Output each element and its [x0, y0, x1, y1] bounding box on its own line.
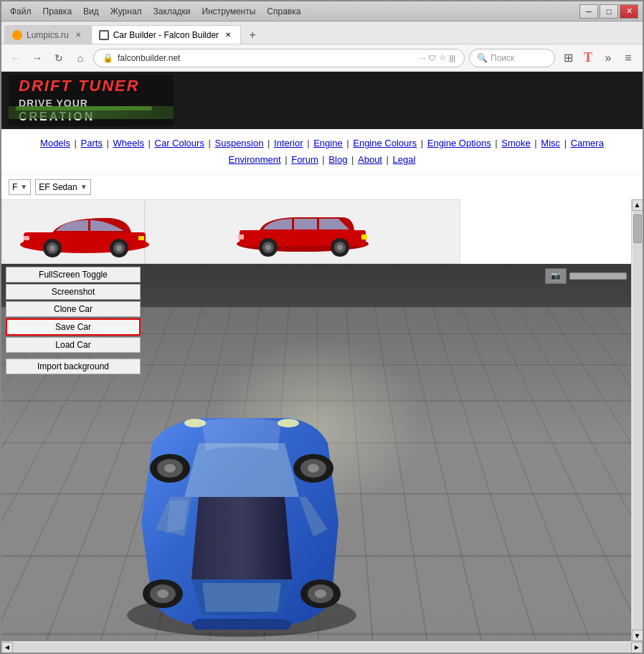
menu-edit[interactable]: Правка: [39, 5, 77, 18]
close-button[interactable]: ✕: [620, 4, 638, 19]
nav-about[interactable]: About: [358, 154, 382, 165]
text-size-icon[interactable]: T: [579, 49, 597, 67]
main-section: FullScreen Toggle Screenshot Clone Car S…: [1, 199, 643, 653]
forward-button[interactable]: →: [29, 49, 46, 67]
banner-title1: DRIFT TUNER: [19, 76, 164, 97]
home-button[interactable]: ⌂: [72, 49, 89, 67]
menu-bar: Файл Правка Вид Журнал Закладки Инструме…: [6, 5, 305, 18]
nav-engine-colours[interactable]: Engine Colours: [353, 138, 417, 148]
make-value: F: [12, 182, 17, 192]
nav-smoke[interactable]: Smoke: [501, 138, 530, 148]
scroll-thumb-v[interactable]: [633, 214, 642, 243]
carbuilder-favicon: [99, 30, 109, 40]
site-header: DRIFT TUNER DRIVE YOUR CREATION: [1, 72, 643, 129]
scroll-track-h[interactable]: [13, 643, 631, 653]
svg-rect-19: [361, 234, 367, 240]
camera-view-button[interactable]: 📷: [545, 268, 567, 284]
svg-point-29: [157, 589, 169, 598]
shield-icon[interactable]: 🛡: [428, 54, 436, 62]
menu-bookmarks[interactable]: Закладки: [149, 5, 195, 18]
menu-tools[interactable]: Инструменты: [198, 5, 260, 18]
tab-carbuilder-close[interactable]: ✕: [223, 30, 233, 40]
tab-lumpics[interactable]: Lumpics.ru ✕: [4, 25, 91, 44]
reload-button[interactable]: ↻: [50, 49, 67, 67]
extensions-icon[interactable]: »: [600, 49, 617, 67]
car-thumb-sedan-image: [6, 207, 164, 257]
nav-environment[interactable]: Environment: [229, 154, 281, 165]
menu-view[interactable]: Вид: [79, 5, 103, 18]
minimize-button[interactable]: ─: [579, 4, 598, 19]
maximize-button[interactable]: □: [600, 4, 618, 19]
svg-rect-9: [24, 236, 29, 240]
reader-view-icon[interactable]: ⊞: [559, 49, 577, 67]
scroll-left-button[interactable]: ◄: [1, 642, 13, 653]
new-tab-button[interactable]: +: [244, 27, 261, 44]
car-thumb-sedan[interactable]: [6, 205, 164, 259]
horizontal-scrollbar: ◄ ►: [1, 641, 643, 653]
tab-carbuilder-label: Car Builder - Falcon Builder: [113, 30, 219, 40]
nav-car-colours[interactable]: Car Colours: [155, 138, 204, 148]
tab-lumpics-close[interactable]: ✕: [73, 30, 83, 40]
svg-point-34: [278, 419, 299, 427]
nav-interior[interactable]: Interior: [274, 138, 303, 148]
scroll-right-button[interactable]: ►: [631, 642, 643, 653]
svg-point-32: [315, 589, 326, 598]
browser-window: Файл Правка Вид Журнал Закладки Инструме…: [0, 0, 644, 654]
nav-legal[interactable]: Legal: [393, 154, 416, 165]
site-navigation: Models | Parts | Wheels | Car Colours | …: [1, 129, 643, 175]
nav-models[interactable]: Models: [40, 138, 70, 148]
nav-wheels[interactable]: Wheels: [113, 138, 144, 148]
url-text: falconbuilder.net: [118, 53, 415, 63]
search-placeholder: Поиск: [491, 53, 514, 63]
nav-parts[interactable]: Parts: [81, 138, 103, 148]
back-button[interactable]: ←: [7, 49, 24, 67]
screenshot-button[interactable]: Screenshot: [6, 284, 141, 300]
viewport-controls: 📷: [545, 268, 627, 284]
bookmark-star-icon[interactable]: ☆: [439, 53, 446, 62]
nav-blog[interactable]: Blog: [328, 154, 347, 165]
tab-carbuilder[interactable]: Car Builder - Falcon Builder ✕: [91, 25, 241, 44]
menu-help[interactable]: Справка: [262, 5, 305, 18]
clone-car-button[interactable]: Clone Car: [6, 301, 141, 317]
window-controls: ─ □ ✕: [579, 4, 638, 19]
controls-overlay: FullScreen Toggle Screenshot Clone Car S…: [1, 264, 145, 377]
fullscreen-toggle-button[interactable]: FullScreen Toggle: [6, 267, 141, 283]
menu-history[interactable]: Журнал: [106, 5, 146, 18]
tab-lumpics-label: Lumpics.ru: [27, 30, 69, 40]
import-background-button[interactable]: Import background: [6, 359, 141, 374]
content-area: FullScreen Toggle Screenshot Clone Car S…: [1, 199, 643, 641]
save-car-button[interactable]: Save Car: [6, 318, 141, 336]
load-car-button[interactable]: Load Car: [6, 337, 141, 353]
svg-point-26: [308, 464, 319, 473]
toolbar-right: ⊞ T » ≡: [559, 49, 637, 67]
svg-point-33: [184, 419, 206, 427]
menu-file[interactable]: Файл: [6, 5, 36, 18]
nav-suspension[interactable]: Suspension: [215, 138, 264, 148]
reading-list-icon[interactable]: |||: [449, 54, 455, 62]
zoom-slider[interactable]: [569, 272, 627, 280]
more-addr-icon[interactable]: ···: [419, 54, 425, 62]
nav-engine-options[interactable]: Engine Options: [427, 138, 491, 148]
lumpics-favicon: [12, 30, 22, 40]
scroll-down-button[interactable]: ▼: [632, 630, 643, 641]
car-selector: F ▼ EF Sedan ▼: [1, 175, 643, 199]
scroll-track-v[interactable]: [633, 211, 643, 630]
svg-point-4: [49, 245, 55, 251]
model-value: EF Sedan: [39, 182, 77, 192]
address-input[interactable]: 🔒 falconbuilder.net ··· 🛡 ☆ |||: [93, 49, 465, 67]
svg-rect-8: [138, 236, 144, 240]
make-dropdown-arrow: ▼: [20, 183, 27, 191]
scroll-up-button[interactable]: ▲: [632, 199, 643, 211]
address-icons: ··· 🛡 ☆ |||: [419, 53, 455, 62]
tab-bar: Lumpics.ru ✕ Car Builder - Falcon Builde…: [1, 22, 643, 44]
search-box[interactable]: 🔍 Поиск: [469, 49, 555, 67]
page-content: DRIFT TUNER DRIVE YOUR CREATION Models |…: [1, 72, 643, 653]
hamburger-menu-icon[interactable]: ≡: [620, 49, 637, 67]
nav-camera[interactable]: Camera: [571, 138, 604, 148]
model-dropdown[interactable]: EF Sedan ▼: [35, 179, 90, 195]
nav-engine[interactable]: Engine: [313, 138, 342, 148]
nav-misc[interactable]: Misc: [541, 138, 560, 148]
svg-point-14: [265, 245, 271, 250]
make-dropdown[interactable]: F ▼: [9, 179, 31, 195]
nav-forum[interactable]: Forum: [291, 154, 318, 165]
